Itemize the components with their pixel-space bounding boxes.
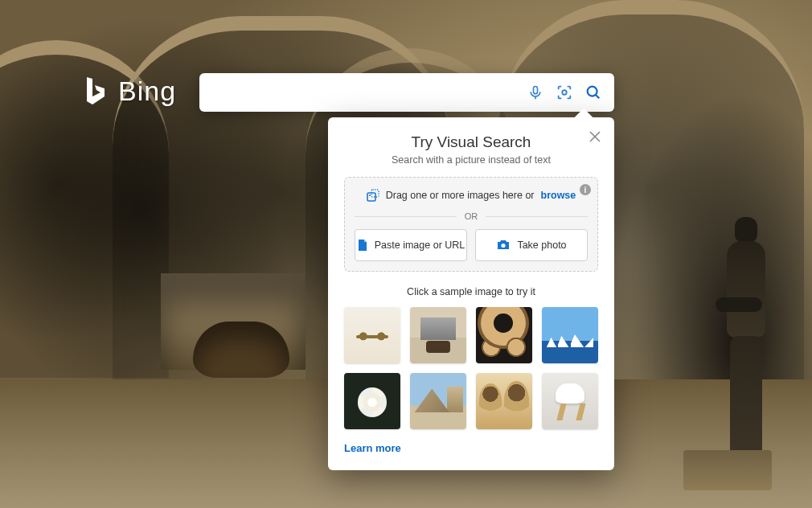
sample-image-dogs[interactable]: [476, 373, 532, 429]
sample-image-latte-art[interactable]: [476, 307, 532, 363]
paste-image-button[interactable]: Paste image or URL: [355, 229, 467, 261]
camera-button-label: Take photo: [517, 240, 566, 251]
camera-icon: [496, 240, 511, 251]
paste-file-icon: [357, 239, 368, 252]
bing-logo-icon: [84, 76, 107, 107]
svg-point-8: [369, 195, 371, 196]
sample-image-white-rose[interactable]: [344, 373, 400, 429]
learn-more-link[interactable]: Learn more: [344, 442, 598, 454]
sample-image-grid: [344, 307, 598, 429]
drag-text: Drag one or more images here or: [386, 190, 535, 201]
image-drop-icon: [367, 189, 379, 202]
bg-statue: [699, 201, 788, 474]
bing-logo[interactable]: Bing: [84, 76, 176, 107]
svg-point-2: [562, 90, 567, 95]
close-icon[interactable]: [587, 129, 603, 145]
bg-pedestal: [683, 450, 772, 490]
svg-line-4: [596, 95, 599, 98]
visual-search-panel: Try Visual Search Search with a picture …: [328, 117, 614, 470]
browse-link[interactable]: browse: [541, 190, 576, 201]
or-label: OR: [465, 211, 478, 221]
bing-logo-text: Bing: [118, 76, 176, 107]
sample-image-dining-room[interactable]: [410, 307, 466, 363]
sample-title: Click a sample image to try it: [344, 286, 598, 297]
svg-rect-0: [534, 87, 538, 94]
sample-image-sunglasses[interactable]: [344, 307, 400, 363]
svg-point-10: [502, 244, 506, 248]
image-dropzone[interactable]: i Drag one or more images here or browse…: [344, 177, 598, 272]
sample-image-white-chair[interactable]: [542, 373, 598, 429]
search-icon[interactable]: [579, 73, 608, 112]
panel-title: Try Visual Search: [344, 133, 598, 151]
dropzone-divider: OR: [355, 211, 588, 221]
svg-point-3: [588, 87, 597, 96]
microphone-icon[interactable]: [521, 73, 550, 112]
sample-image-louvre[interactable]: [410, 373, 466, 429]
search-input[interactable]: [199, 73, 521, 112]
visual-search-icon[interactable]: [550, 73, 579, 112]
sample-image-opera-house[interactable]: [542, 307, 598, 363]
paste-button-label: Paste image or URL: [375, 240, 465, 251]
panel-subtitle: Search with a picture instead of text: [344, 154, 598, 166]
bg-cushion: [193, 322, 289, 378]
search-bar: [199, 73, 614, 112]
info-icon[interactable]: i: [580, 184, 591, 195]
take-photo-button[interactable]: Take photo: [475, 229, 588, 261]
